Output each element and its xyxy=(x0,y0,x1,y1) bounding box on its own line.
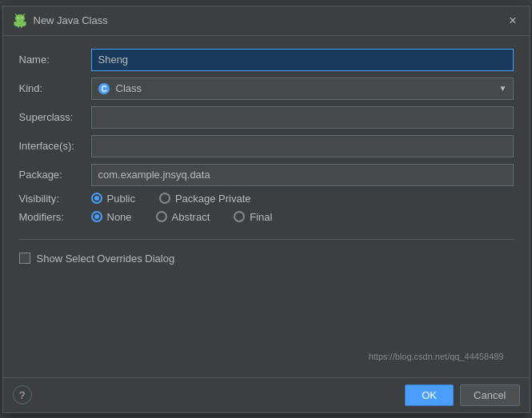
modifier-abstract-radio[interactable] xyxy=(156,211,167,222)
name-input[interactable] xyxy=(91,49,514,71)
ok-button[interactable]: OK xyxy=(405,384,454,406)
modifier-abstract-option[interactable]: Abstract xyxy=(156,211,210,223)
modifier-final-label: Final xyxy=(250,211,272,223)
cancel-button[interactable]: Cancel xyxy=(460,384,519,406)
modifier-abstract-label: Abstract xyxy=(172,211,210,223)
overrides-checkbox[interactable] xyxy=(19,253,30,264)
superclass-label: Superclass: xyxy=(19,111,91,123)
svg-rect-7 xyxy=(24,22,26,26)
svg-point-1 xyxy=(17,17,18,18)
svg-rect-8 xyxy=(18,26,19,28)
help-button[interactable]: ? xyxy=(13,385,32,404)
modifier-none-radio[interactable] xyxy=(91,211,102,222)
dialog-body: Name: Kind: C Class Interface Enum Annot… xyxy=(3,36,530,377)
modifiers-group: None Abstract Final xyxy=(91,211,514,223)
modifier-final-option[interactable]: Final xyxy=(234,211,272,223)
svg-line-3 xyxy=(15,14,17,16)
package-input[interactable] xyxy=(91,164,514,186)
svg-point-2 xyxy=(21,17,22,18)
svg-rect-9 xyxy=(21,26,22,28)
overrides-label: Show Select Overrides Dialog xyxy=(37,253,175,265)
overrides-row: Show Select Overrides Dialog xyxy=(19,253,514,265)
dialog-title: New Java Class xyxy=(34,14,108,26)
new-java-class-dialog: New Java Class × Name: Kind: C Class Int… xyxy=(2,6,530,413)
visibility-package-private-radio[interactable] xyxy=(159,193,170,204)
svg-rect-5 xyxy=(15,22,25,26)
kind-select[interactable]: Class Interface Enum Annotation xyxy=(91,78,514,100)
name-row: Name: xyxy=(19,49,514,71)
superclass-row: Superclass: xyxy=(19,106,514,129)
kind-label: Kind: xyxy=(19,82,91,94)
dialog-footer: ? OK Cancel xyxy=(3,377,530,412)
visibility-public-radio[interactable] xyxy=(91,193,102,204)
package-row: Package: xyxy=(19,164,514,186)
modifiers-row: Modifiers: None Abstract Final xyxy=(19,211,514,223)
modifier-none-option[interactable]: None xyxy=(91,211,132,223)
modifier-final-radio[interactable] xyxy=(234,211,245,222)
title-bar: New Java Class × xyxy=(3,6,530,36)
footer-actions: OK Cancel xyxy=(405,384,519,406)
superclass-input[interactable] xyxy=(91,106,514,129)
package-label: Package: xyxy=(19,169,91,181)
separator xyxy=(19,239,514,240)
visibility-public-option[interactable]: Public xyxy=(91,193,135,205)
kind-row: Kind: C Class Interface Enum Annotation … xyxy=(19,78,514,100)
interfaces-input[interactable] xyxy=(91,135,514,157)
modifier-none-label: None xyxy=(107,211,132,223)
watermark-text: https://blog.csdn.net/qq_44458489 xyxy=(19,348,514,364)
name-label: Name: xyxy=(19,54,91,66)
close-button[interactable]: × xyxy=(506,13,519,29)
visibility-public-label: Public xyxy=(107,193,135,205)
visibility-group: Public Package Private xyxy=(91,193,514,205)
interfaces-label: Interface(s): xyxy=(19,140,91,152)
svg-line-4 xyxy=(23,14,25,16)
visibility-row: Visibility: Public Package Private xyxy=(19,193,514,205)
interfaces-row: Interface(s): xyxy=(19,135,514,157)
modifiers-label: Modifiers: xyxy=(19,211,91,223)
android-icon xyxy=(13,14,27,28)
body-spacer xyxy=(19,265,514,348)
visibility-package-private-option[interactable]: Package Private xyxy=(159,193,251,205)
svg-rect-6 xyxy=(14,22,16,26)
visibility-package-private-label: Package Private xyxy=(175,193,251,205)
kind-select-wrapper: C Class Interface Enum Annotation ▼ xyxy=(91,78,514,100)
visibility-label: Visibility: xyxy=(19,193,91,205)
